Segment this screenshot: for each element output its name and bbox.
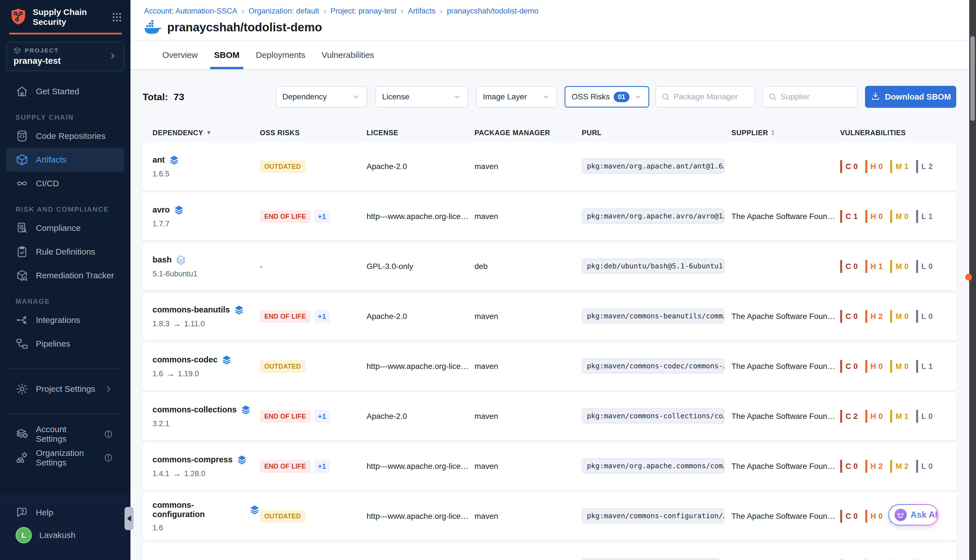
sidebar-item-rule-definitions[interactable]: Rule Definitions	[6, 240, 124, 263]
vuln-chip-c[interactable]: C0	[840, 260, 858, 273]
vuln-chip-c[interactable]: C0	[840, 310, 858, 323]
sidebar-item-get-started[interactable]: Get Started	[6, 80, 124, 103]
breadcrumb-item[interactable]: Account: Automation-SSCA	[144, 7, 237, 15]
tab-deployments[interactable]: Deployments	[256, 41, 305, 69]
table-row[interactable]: commons-compress1.4.1→1.28.0END OF LIFE+…	[142, 442, 957, 490]
purl-chip: pkg:maven/org.apache.ant/ant@1.6…	[582, 158, 724, 173]
sidebar-item-project-settings[interactable]: Project Settings	[6, 377, 124, 401]
severity-bar	[890, 210, 892, 223]
vuln-chip-h[interactable]: H1	[865, 260, 883, 273]
severity-letter: C	[846, 512, 851, 521]
table-row[interactable]: commons-collections3.2.1END OF LIFE+1Apa…	[142, 392, 957, 440]
table-row[interactable]: commons-configuration1.6OUTDATEDhttp---w…	[142, 492, 957, 540]
vuln-chip-l[interactable]: L0	[916, 310, 933, 323]
sidebar-item-compliance[interactable]: Compliance	[6, 216, 124, 240]
breadcrumb-item[interactable]: Artifacts	[408, 7, 435, 15]
vuln-chip-l[interactable]: L0	[916, 460, 933, 473]
ask-ai-button[interactable]: Ask AI	[888, 504, 938, 525]
sidebar-section-label: SUPPLY CHAIN	[0, 113, 130, 122]
vuln-chip-c[interactable]: C0	[840, 460, 858, 473]
vuln-chip-c[interactable]: C1	[840, 210, 858, 223]
vuln-chip-l[interactable]: L0	[916, 260, 933, 273]
vuln-chip-h[interactable]: H0	[865, 510, 883, 523]
vuln-chip-m[interactable]: M1	[890, 160, 909, 173]
sidebar-item-remediation-tracker[interactable]: Remediation Tracker	[6, 263, 124, 287]
filter-license[interactable]: License	[375, 86, 468, 108]
risk-badge-outdated: OUTDATED	[260, 510, 305, 523]
column-header-supplier[interactable]: SUPPLIER▲▼	[731, 129, 840, 137]
risk-badge-eol: END OF LIFE	[260, 460, 310, 473]
sidebar-item-code-repositories[interactable]: Code Repositories	[6, 124, 124, 148]
severity-bar	[865, 460, 867, 473]
supplier-input[interactable]	[781, 92, 852, 101]
table-row[interactable]: bash5.1-6ubuntu1-GPL-3.0-onlydebpkg:deb/…	[142, 242, 957, 290]
sidebar-item-help[interactable]: Help	[6, 501, 124, 524]
table-header: DEPENDENCY▼OSS RISKSLICENSEPACKAGE MANAG…	[142, 124, 957, 141]
table-row[interactable]: commons-fileuploadEND OF LIFE+1Apache-2.…	[142, 542, 957, 560]
severity-bar	[840, 510, 842, 523]
severity-bar	[865, 260, 867, 273]
vuln-chip-l[interactable]: L1	[916, 210, 933, 223]
vuln-chip-l[interactable]: L0	[916, 410, 933, 423]
sidebar-item-label: Rule Definitions	[36, 247, 95, 257]
vuln-chip-c[interactable]: C0	[840, 360, 858, 373]
tab-vulnerabilities[interactable]: Vulnerabilities	[322, 41, 374, 69]
sidebar-item-integrations[interactable]: Integrations	[6, 308, 124, 332]
project-selector[interactable]: PROJECT pranay-test	[6, 42, 124, 71]
table-row[interactable]: commons-beanutils1.8.3→1.11.0END OF LIFE…	[142, 292, 957, 340]
filter-dependency[interactable]: Dependency	[275, 86, 367, 108]
breadcrumb-item[interactable]: Organization: default	[249, 7, 319, 15]
table-row[interactable]: commons-codec1.6→1.19.0OUTDATEDhttp---ww…	[142, 342, 957, 390]
vuln-chip-m[interactable]: M2	[890, 460, 909, 473]
risk-badge-more[interactable]: +1	[314, 310, 330, 323]
vuln-chip-m[interactable]: M0	[890, 260, 909, 273]
vuln-chip-h[interactable]: H0	[865, 160, 883, 173]
layers-icon	[249, 504, 260, 515]
severity-count: 2	[929, 162, 933, 171]
tab-sbom[interactable]: SBOM	[214, 41, 240, 69]
vuln-chip-m[interactable]: M0	[890, 310, 909, 323]
vuln-chip-c[interactable]: C0	[840, 160, 858, 173]
search-package-manager	[656, 86, 755, 108]
vuln-chip-m[interactable]: M1	[890, 410, 909, 423]
vuln-chip-m[interactable]: M0	[890, 210, 909, 223]
table-row[interactable]: ant1.6.5OUTDATEDApache-2.0mavenpkg:maven…	[142, 143, 957, 190]
risk-badge-more[interactable]: +1	[314, 410, 330, 423]
column-label: LICENSE	[367, 129, 399, 137]
vuln-chip-l[interactable]: L2	[916, 160, 933, 173]
risk-badge-more[interactable]: +1	[314, 210, 330, 223]
severity-count: 2	[904, 462, 909, 471]
sidebar-item-cicd[interactable]: CI/CD	[6, 172, 124, 195]
breadcrumb-item[interactable]: Project: pranay-test	[330, 7, 397, 15]
scrollbar-thumb[interactable]	[970, 36, 975, 121]
filter-image-layer[interactable]: Image Layer	[476, 86, 557, 108]
license-cell: Apache-2.0	[367, 312, 474, 321]
vuln-chip-h[interactable]: H0	[865, 210, 883, 223]
tab-overview[interactable]: Overview	[162, 41, 198, 69]
severity-letter: C	[846, 412, 851, 421]
table-row[interactable]: avro1.7.7END OF LIFE+1http---www.apache.…	[142, 192, 957, 240]
vuln-chip-h[interactable]: H0	[865, 360, 883, 373]
package-manager-input[interactable]	[674, 92, 749, 101]
column-header-dependency[interactable]: DEPENDENCY▼	[152, 129, 260, 137]
vuln-chip-l[interactable]: L1	[916, 360, 933, 373]
filter-oss-risks[interactable]: OSS Risks01	[564, 86, 649, 108]
sidebar-item-artifacts[interactable]: Artifacts	[6, 148, 124, 172]
vuln-chip-c[interactable]: C2	[840, 410, 858, 423]
app-switcher-grid-icon[interactable]	[111, 12, 123, 23]
user-menu[interactable]: L Lavakush	[6, 524, 124, 547]
vuln-chip-h[interactable]: H0	[865, 410, 883, 423]
vuln-chip-c[interactable]: C0	[840, 510, 858, 523]
vuln-chip-h[interactable]: H2	[865, 460, 883, 473]
severity-count: 0	[904, 312, 909, 321]
scrollbar-track[interactable]	[969, 0, 976, 560]
sidebar-item-pipelines[interactable]: Pipelines	[6, 332, 124, 356]
sidebar-collapse-handle[interactable]	[125, 507, 133, 530]
sidebar-item-account-settings[interactable]: Account Settings	[6, 422, 124, 446]
risk-badge-more[interactable]: +1	[314, 460, 330, 473]
vuln-chip-h[interactable]: H2	[865, 310, 883, 323]
breadcrumb-item[interactable]: pranaycshah/todolist-demo	[447, 7, 538, 15]
vuln-chip-m[interactable]: M0	[890, 360, 909, 373]
sidebar-item-organization-settings[interactable]: Organization Settings	[6, 446, 124, 470]
download-sbom-button[interactable]: Download SBOM	[865, 86, 956, 108]
